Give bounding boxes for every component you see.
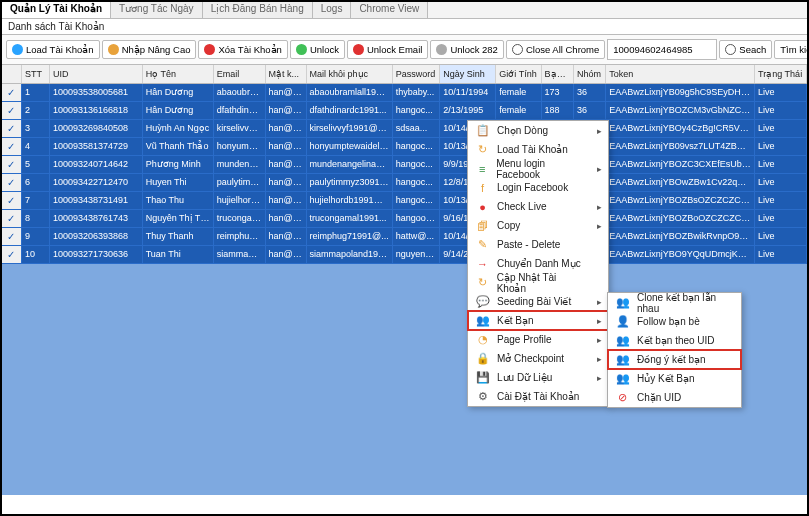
tab-4[interactable]: Chrome View	[351, 2, 428, 18]
tab-2[interactable]: Lịch Đăng Bán Hàng	[203, 2, 313, 18]
menu-label: Kết bạn theo UID	[637, 335, 715, 346]
menu-icon: ⚙	[476, 390, 489, 403]
col-header[interactable]: Token	[606, 65, 755, 83]
row-checkbox[interactable]: ✓	[2, 173, 21, 191]
close-chrome-button[interactable]: Close All Chrome	[506, 40, 605, 59]
cell: Vũ Thanh Thảo	[142, 137, 213, 155]
cell: 100093438731491	[49, 191, 142, 209]
row-checkbox[interactable]: ✓	[2, 119, 21, 137]
table-row[interactable]: ✓10100093271730636Tuan Thisiammapolandl.…	[2, 245, 807, 263]
cell: 10	[21, 245, 49, 263]
row-checkbox[interactable]: ✓	[2, 209, 21, 227]
search-input[interactable]	[607, 39, 717, 60]
cell: 7	[21, 191, 49, 209]
cell: 188	[541, 101, 573, 119]
account-table[interactable]: STTUIDHọ TênEmailMật k...Mail khôi phụcP…	[2, 65, 807, 264]
delete-label: Xóa Tài Khoản	[218, 44, 281, 55]
row-checkbox[interactable]: ✓	[2, 83, 21, 101]
cell: kirselivvyf@h...	[213, 119, 265, 137]
menu-item[interactable]: 👥Kết Bạn▸	[468, 311, 608, 330]
cell: Live	[755, 173, 807, 191]
tab-0[interactable]: Quản Lý Tài Khoản	[2, 2, 111, 18]
table-row[interactable]: ✓7100093438731491Thao Thuhujielhordb@h..…	[2, 191, 807, 209]
delete-button[interactable]: Xóa Tài Khoản	[198, 40, 287, 59]
col-header[interactable]: Email	[213, 65, 265, 83]
context-submenu: 👥Clone kết bạn lẫn nhau👤Follow bạn bè👥Kế…	[607, 292, 742, 408]
menu-item[interactable]: 👥Hủy Kết Bạn	[608, 369, 741, 388]
lock-icon	[436, 44, 447, 55]
menu-label: Clone kết bạn lẫn nhau	[637, 292, 719, 314]
table-row[interactable]: ✓5100093240714642Phương Minhmundenangeli…	[2, 155, 807, 173]
menu-item[interactable]: ●Check Live▸	[468, 197, 608, 216]
col-header[interactable]: Password	[392, 65, 439, 83]
cell: Thao Thu	[142, 191, 213, 209]
menu-item[interactable]: ≡Menu login Facebook▸	[468, 159, 608, 178]
menu-item[interactable]: ◔Page Profile▸	[468, 330, 608, 349]
cell: 5	[21, 155, 49, 173]
row-checkbox[interactable]: ✓	[2, 191, 21, 209]
menu-item[interactable]: 👥Clone kết bạn lẫn nhau	[608, 293, 741, 312]
menu-item[interactable]: ✎Paste - Delete	[468, 235, 608, 254]
cell: hangoc...	[392, 101, 439, 119]
advanced-search-button[interactable]: Tìm kiếm nâng cao	[774, 40, 809, 59]
unlock-282-button[interactable]: Unlock 282	[430, 40, 504, 59]
row-checkbox[interactable]: ✓	[2, 137, 21, 155]
menu-item[interactable]: 🔒Mở Checkpoint▸	[468, 349, 608, 368]
menu-icon: f	[476, 181, 489, 194]
table-row[interactable]: ✓6100093422712470Huyen Thipaulytimmyz30.…	[2, 173, 807, 191]
menu-item[interactable]: →Chuyển Danh Mục	[468, 254, 608, 273]
menu-item[interactable]: 👥Kết bạn theo UID	[608, 331, 741, 350]
menu-item[interactable]: ⚙Cài Đặt Tài Khoản	[468, 387, 608, 406]
cell: han@g...	[265, 119, 306, 137]
col-header[interactable]: Bạn bè	[541, 65, 573, 83]
table-row[interactable]: ✓3100093269840508Huỳnh An Ngọckirselivvy…	[2, 119, 807, 137]
menu-item[interactable]: ↻Load Tài Khoản	[468, 140, 608, 159]
col-header[interactable]	[2, 65, 21, 83]
table-row[interactable]: ✓8100093438761743Nguyên Thị Thảotruconga…	[2, 209, 807, 227]
table-row[interactable]: ✓9100093206393868Thuy Thanhreimphug7@h..…	[2, 227, 807, 245]
menu-item[interactable]: 💬Seeding Bài Viết▸	[468, 292, 608, 311]
row-checkbox[interactable]: ✓	[2, 245, 21, 263]
menu-label: Chặn UID	[637, 392, 681, 403]
chevron-right-icon: ▸	[597, 221, 602, 231]
toolbar: Load Tài Khoản Nhập Nâng Cao Xóa Tài Kho…	[2, 35, 807, 65]
row-checkbox[interactable]: ✓	[2, 155, 21, 173]
tab-bar: Quản Lý Tài KhoảnTương Tác NgàyLịch Đăng…	[2, 2, 807, 19]
tab-1[interactable]: Tương Tác Ngày	[111, 2, 203, 18]
menu-item[interactable]: 💾Lưu Dữ Liệu▸	[468, 368, 608, 387]
table-row[interactable]: ✓1100093538005681Hân Dươngabaoubramlall1…	[2, 83, 807, 101]
col-header[interactable]: Mail khôi phục	[306, 65, 392, 83]
cell: honyumptewa...	[213, 137, 265, 155]
table-row[interactable]: ✓2100093136166818Hân Dươngdfathdinardc..…	[2, 101, 807, 119]
x-icon	[204, 44, 215, 55]
col-header[interactable]: STT	[21, 65, 49, 83]
unlock-button[interactable]: Unlock	[290, 40, 345, 59]
menu-item[interactable]: 👤Follow bạn bè	[608, 312, 741, 331]
unlock-email-button[interactable]: Unlock Email	[347, 40, 428, 59]
col-header[interactable]: Nhóm	[573, 65, 605, 83]
col-header[interactable]: Ngày Sinh	[440, 65, 496, 83]
cell: Live	[755, 245, 807, 263]
menu-item[interactable]: fLogin Facebook	[468, 178, 608, 197]
col-header[interactable]: Mật k...	[265, 65, 306, 83]
menu-label: Load Tài Khoản	[497, 144, 568, 155]
import-button[interactable]: Nhập Nâng Cao	[102, 40, 197, 59]
menu-label: Page Profile	[497, 334, 551, 345]
col-header[interactable]: Giới Tính	[496, 65, 541, 83]
load-button[interactable]: Load Tài Khoản	[6, 40, 100, 59]
col-header[interactable]: Trạng Thái	[755, 65, 807, 83]
menu-item[interactable]: 👥Đồng ý kết bạn	[608, 350, 741, 369]
row-checkbox[interactable]: ✓	[2, 101, 21, 119]
table-row[interactable]: ✓4100093581374729Vũ Thanh Thảohonyumptew…	[2, 137, 807, 155]
menu-item[interactable]: 📋Chọn Dòng▸	[468, 121, 608, 140]
menu-item[interactable]: ⊘Chặn UID	[608, 388, 741, 407]
col-header[interactable]: Họ Tên	[142, 65, 213, 83]
col-header[interactable]: UID	[49, 65, 142, 83]
menu-item[interactable]: ↻Cập Nhật Tài Khoản	[468, 273, 608, 292]
tab-3[interactable]: Logs	[313, 2, 352, 18]
cell: 100093136166818	[49, 101, 142, 119]
search-button[interactable]: Seach	[719, 40, 772, 59]
cell: hujielhordb1991@...	[306, 191, 392, 209]
menu-item[interactable]: 🗐Copy▸	[468, 216, 608, 235]
row-checkbox[interactable]: ✓	[2, 227, 21, 245]
